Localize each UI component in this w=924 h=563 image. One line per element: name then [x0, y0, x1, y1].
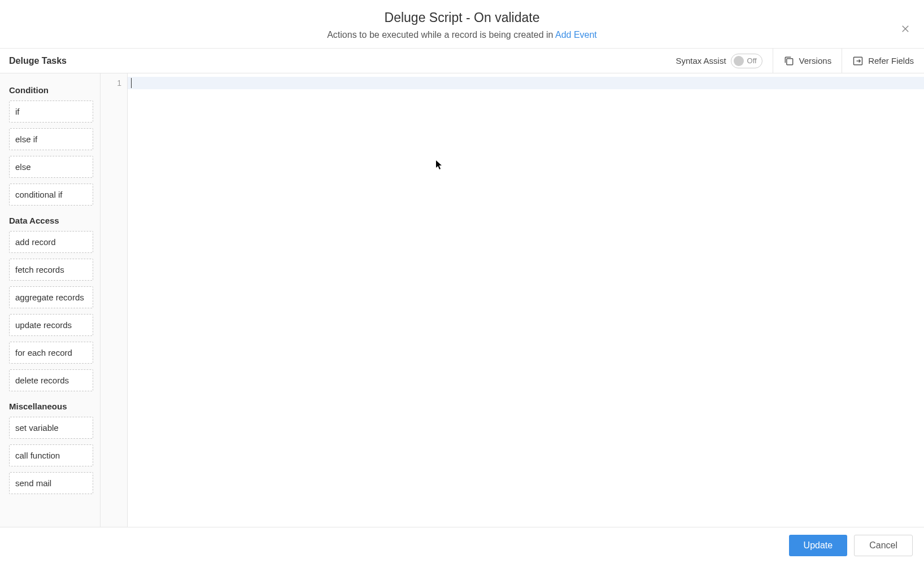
task-item[interactable]: fetch records	[9, 259, 93, 281]
editor-area: 1	[101, 73, 924, 527]
task-item[interactable]: delete records	[9, 369, 93, 391]
refer-fields-label: Refer Fields	[868, 56, 914, 66]
task-item[interactable]: else if	[9, 128, 93, 150]
close-icon	[900, 24, 910, 34]
task-group-title: Condition	[9, 85, 93, 95]
line-gutter: 1	[101, 73, 128, 527]
task-item[interactable]: add record	[9, 231, 93, 253]
sidebar[interactable]: Conditionifelse ifelseconditional ifData…	[0, 73, 101, 527]
header: Deluge Script - On validate Actions to b…	[0, 0, 924, 49]
versions-label: Versions	[799, 56, 832, 66]
refer-fields-button[interactable]: Refer Fields	[842, 49, 924, 73]
update-button[interactable]: Update	[789, 535, 848, 556]
text-caret	[131, 78, 132, 88]
task-item[interactable]: call function	[9, 444, 93, 466]
task-item[interactable]: aggregate records	[9, 286, 93, 308]
task-item[interactable]: set variable	[9, 417, 93, 439]
task-item[interactable]: if	[9, 101, 93, 123]
sidebar-title: Deluge Tasks	[0, 49, 101, 73]
add-event-link[interactable]: Add Event	[555, 30, 597, 40]
versions-button[interactable]: Versions	[773, 49, 842, 73]
task-group-title: Data Access	[9, 216, 93, 225]
close-button[interactable]	[900, 24, 910, 34]
task-item[interactable]: send mail	[9, 472, 93, 494]
toggle-switch[interactable]: Off	[731, 54, 762, 68]
line-number: 1	[101, 77, 121, 89]
task-item[interactable]: for each record	[9, 342, 93, 364]
syntax-assist-label: Syntax Assist	[675, 56, 726, 66]
page-subtitle: Actions to be executed while a record is…	[11, 30, 913, 40]
code-line-active[interactable]	[128, 77, 924, 89]
footer: Update Cancel	[0, 527, 924, 563]
code-editor[interactable]	[128, 73, 924, 527]
cancel-button[interactable]: Cancel	[854, 535, 913, 556]
main-body: Conditionifelse ifelseconditional ifData…	[0, 73, 924, 527]
subtitle-text: Actions to be executed while a record is…	[327, 30, 555, 40]
syntax-assist-toggle[interactable]: Syntax Assist Off	[665, 49, 772, 73]
task-group-title: Miscellaneous	[9, 401, 93, 411]
page-title: Deluge Script - On validate	[11, 10, 913, 25]
refer-fields-icon	[852, 55, 864, 67]
task-item[interactable]: update records	[9, 314, 93, 336]
toolbar: Deluge Tasks Syntax Assist Off Versions …	[0, 49, 924, 73]
task-item[interactable]: else	[9, 156, 93, 178]
task-item[interactable]: conditional if	[9, 184, 93, 206]
svg-rect-2	[786, 58, 792, 64]
toggle-state: Off	[747, 56, 757, 65]
toggle-knob	[734, 56, 744, 66]
versions-icon	[783, 55, 795, 67]
